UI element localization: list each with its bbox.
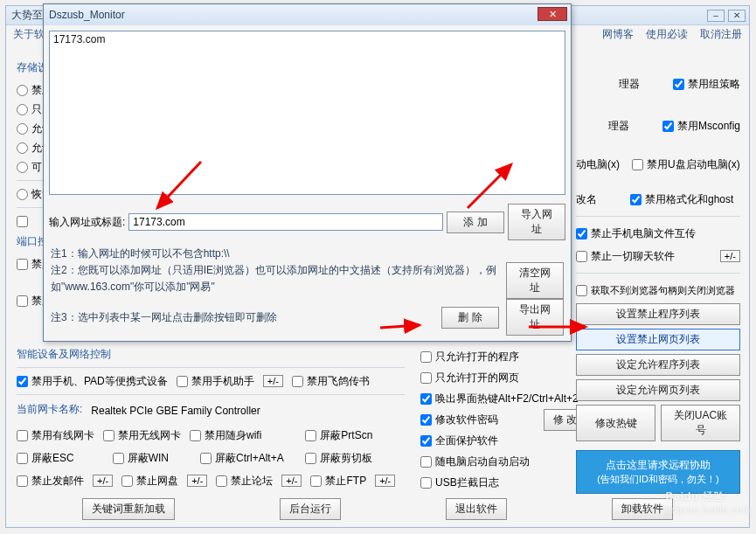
input-label: 输入网址或标题: <box>49 215 125 230</box>
btn-delete[interactable]: 删 除 <box>441 307 499 329</box>
wm-l1: Baidu 经验 <box>665 490 725 503</box>
c-chk-6[interactable] <box>420 456 432 468</box>
dialog-titlebar[interactable]: Dszusb_Monitor ✕ <box>44 4 571 25</box>
g-r2c2[interactable] <box>113 453 124 464</box>
btn-set-prog-allow[interactable]: 设定允许程序列表 <box>576 354 740 376</box>
smartnet-label: 智能设备及网络控制 <box>17 347 405 362</box>
c-chk-2[interactable] <box>420 372 432 384</box>
chk-left-a[interactable] <box>17 216 28 227</box>
chk-gp-label: 禁用组策略 <box>688 77 740 92</box>
radio-1[interactable] <box>17 104 28 115</box>
note3: 注3：选中列表中某一网址点击删除按钮即可删除 <box>51 309 434 326</box>
url-input[interactable] <box>128 213 443 231</box>
chk-pad-label: 禁用手机、PAD等便携式设备 <box>31 374 168 389</box>
btn-hotkey[interactable]: 修改热键 <box>576 405 655 441</box>
c-chk-2-label: 只允许打开的网页 <box>435 371 519 385</box>
chk-ghost[interactable] <box>630 194 642 205</box>
chk-ghost-label: 禁用格式化和ghost <box>645 192 733 207</box>
pm-3[interactable]: +/- <box>187 475 207 487</box>
close-button[interactable]: ✕ <box>728 10 746 22</box>
pm-2[interactable]: +/- <box>93 475 113 487</box>
btn-uac[interactable]: 关闭UAC账号 <box>661 405 740 441</box>
chk-msconfig[interactable] <box>662 121 674 132</box>
g-r1c2[interactable] <box>103 430 114 441</box>
url-listbox[interactable]: 17173.com <box>49 31 565 195</box>
chk-port-a[interactable] <box>17 259 28 270</box>
chk-pad[interactable] <box>17 376 28 387</box>
btn-uninstall[interactable]: 卸载软件 <box>612 498 673 520</box>
chk-browser[interactable] <box>576 285 587 296</box>
chk-phone-pc[interactable] <box>576 228 587 239</box>
chk-usb-boot[interactable] <box>632 159 643 170</box>
radio-4[interactable] <box>17 162 28 173</box>
pm-6[interactable]: +/- <box>720 250 740 262</box>
bluebox-l1: 点击这里请求远程协助 <box>580 458 736 473</box>
dialog-window: Dszusb_Monitor ✕ 17173.com 输入网址或标题: 添 加 … <box>43 3 572 342</box>
menu-unregister[interactable]: 取消注册 <box>700 27 742 41</box>
note2: 注2：您既可以添加网址（只适用IE浏览器）也可以添加网址的中文描述（支持所有浏览… <box>51 262 499 295</box>
notes: 注1：输入网址的时候可以不包含http:\\ 注2：您既可以添加网址（只适用IE… <box>44 244 571 341</box>
btn-clear[interactable]: 清空网址 <box>506 262 564 299</box>
radio-0[interactable] <box>17 85 28 96</box>
dialog-close-button[interactable]: ✕ <box>538 7 567 21</box>
watermark: Baidu 经验 jingyan.baidu.com <box>665 482 751 515</box>
center-column: 禁止打开的网页 只允许打开的程序 只允许打开的网页 唤出界面热键Alt+F2/C… <box>420 326 586 492</box>
g-r1c3[interactable] <box>190 430 201 441</box>
chk-phone-assist-label: 禁用手机助手 <box>191 374 254 389</box>
c-chk-3-label: 唤出界面热键Alt+F2/Ctrl+Alt+2 <box>435 392 579 406</box>
c-chk-5-label: 全面保护软件 <box>435 433 498 448</box>
btn-add[interactable]: 添 加 <box>447 212 504 233</box>
lbl-boot1: 动电脑(x) <box>576 157 620 172</box>
c-chk-1[interactable] <box>420 351 432 363</box>
g-r3c1[interactable] <box>17 475 28 487</box>
radio-5[interactable] <box>17 189 28 200</box>
chk-feige[interactable] <box>292 376 303 387</box>
g-r3c4[interactable] <box>310 475 322 487</box>
chk-chat[interactable] <box>576 251 587 262</box>
bottom-bar: 关键词重新加载 后台运行 退出软件 卸载软件 <box>6 498 749 520</box>
c-chk-7[interactable] <box>420 477 432 489</box>
g-r2c4[interactable] <box>305 453 316 464</box>
g-r1c4[interactable] <box>305 430 316 441</box>
btn-import[interactable]: 导入网址 <box>508 204 565 240</box>
nic-label: 当前网卡名称: <box>17 402 82 417</box>
g-r2c1[interactable] <box>17 453 28 464</box>
chk-usb-boot-label: 禁用U盘启动电脑(x) <box>647 157 740 172</box>
g-r2c3[interactable] <box>200 453 212 464</box>
btn-reload[interactable]: 关键词重新加载 <box>82 498 175 520</box>
c-chk-5[interactable] <box>420 435 432 447</box>
c-chk-3[interactable] <box>420 393 432 405</box>
pm-1[interactable]: +/- <box>263 375 283 387</box>
menu-blog[interactable]: 网博客 <box>602 27 634 41</box>
lbl-rename: 改名 <box>576 192 597 207</box>
chk-phone-assist[interactable] <box>177 376 188 387</box>
r-txt-mgr1: 理器 <box>619 77 640 92</box>
nic-value: Realtek PCIe GBE Family Controller <box>91 405 260 417</box>
g-r3c3[interactable] <box>216 475 227 487</box>
chk-feige-label: 禁用飞鸽传书 <box>307 374 370 389</box>
pm-4[interactable]: +/- <box>281 475 302 487</box>
radio-2[interactable] <box>17 123 28 135</box>
radio-3[interactable] <box>17 142 28 154</box>
btn-export[interactable]: 导出网址 <box>506 299 564 336</box>
chk-gp[interactable] <box>673 79 684 90</box>
g-r3c2[interactable] <box>121 475 133 487</box>
menu-readme[interactable]: 使用必读 <box>646 27 688 41</box>
btn-bgrun[interactable]: 后台运行 <box>280 498 341 520</box>
btn-set-prog-ban[interactable]: 设置禁止程序列表 <box>576 303 740 325</box>
c-chk-4[interactable] <box>420 414 432 426</box>
note1: 注1：输入网址的时候可以不包含http:\\ <box>51 246 499 262</box>
chk-phone-pc-label: 禁止手机电脑文件互传 <box>591 226 696 241</box>
c-chk-7-label: USB拦截日志 <box>435 475 499 490</box>
btn-set-page-allow[interactable]: 设定允许网页列表 <box>576 379 740 401</box>
btn-set-page-ban[interactable]: 设置禁止网页列表 <box>576 329 740 350</box>
btn-exit[interactable]: 退出软件 <box>446 498 507 520</box>
pm-5[interactable]: +/- <box>375 475 395 487</box>
chk-msconfig-label: 禁用Msconfig <box>677 119 740 134</box>
list-item[interactable]: 17173.com <box>53 33 561 45</box>
chk-port-b[interactable] <box>17 295 28 307</box>
menu-about[interactable]: 关于软 <box>13 27 45 41</box>
mid-block: 智能设备及网络控制 禁用手机、PAD等便携式设备 禁用手机助手 +/- 禁用飞鸽… <box>17 343 405 494</box>
g-r1c1[interactable] <box>17 430 28 441</box>
minimize-button[interactable]: – <box>707 10 725 22</box>
